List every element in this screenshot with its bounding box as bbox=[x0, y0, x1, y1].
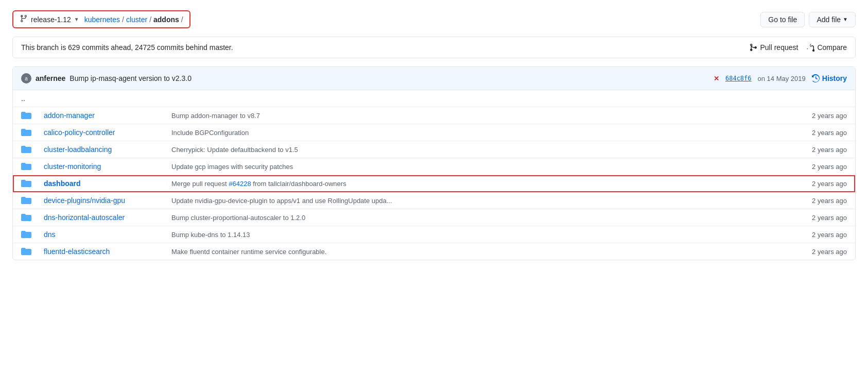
commit-status-icon: ✕ bbox=[714, 75, 719, 82]
branch-info-text: This branch is 629 commits ahead, 24725 … bbox=[21, 43, 233, 52]
file-commit-msg: Update gcp images with security patches bbox=[171, 163, 781, 171]
breadcrumb-sep-2: / bbox=[149, 15, 151, 24]
folder-icon bbox=[21, 230, 31, 239]
file-commit-msg: Update nvidia-gpu-device-plugin to apps/… bbox=[171, 197, 781, 205]
table-row: dns Bump kube-dns to 1.14.13 2 years ago bbox=[13, 226, 855, 243]
file-age: 2 years ago bbox=[785, 231, 847, 239]
avatar: a bbox=[21, 73, 31, 83]
branch-icon bbox=[20, 14, 28, 24]
folder-icon bbox=[21, 162, 31, 171]
file-name-link[interactable]: addon-manager bbox=[44, 111, 167, 120]
file-age: 2 years ago bbox=[785, 248, 847, 256]
file-age: 2 years ago bbox=[785, 197, 847, 205]
branch-path-area: release-1.12 ▼ kubernetes / cluster / ad… bbox=[12, 10, 190, 28]
commit-author[interactable]: anfernee bbox=[36, 74, 65, 82]
table-row-dashboard: dashboard Merge pull request #64228 from… bbox=[13, 175, 855, 192]
pull-request-link[interactable]: Pull request bbox=[749, 43, 798, 52]
table-row: cluster-monitoring Update gcp images wit… bbox=[13, 158, 855, 175]
folder-icon bbox=[21, 196, 31, 205]
parent-dir-row: .. bbox=[13, 90, 855, 107]
add-file-button[interactable]: Add file ▼ bbox=[809, 12, 856, 27]
file-name-link[interactable]: cluster-monitoring bbox=[44, 162, 167, 171]
breadcrumb-kubernetes[interactable]: kubernetes bbox=[84, 15, 120, 24]
file-age: 2 years ago bbox=[785, 112, 847, 120]
file-commit-msg: Bump addon-manager to v8.7 bbox=[171, 112, 781, 120]
commit-date: on 14 May 2019 bbox=[758, 75, 806, 82]
compare-link[interactable]: Compare bbox=[806, 43, 847, 52]
breadcrumb-cluster[interactable]: cluster bbox=[126, 15, 147, 24]
file-commit-msg: Make fluentd container runtime service c… bbox=[171, 248, 781, 256]
table-row: cluster-loadbalancing Cherrypick: Update… bbox=[13, 141, 855, 158]
breadcrumb-sep-3: / bbox=[181, 15, 183, 24]
branch-info-actions: Pull request Compare bbox=[749, 43, 847, 52]
file-name-dashboard-link[interactable]: dashboard bbox=[44, 179, 167, 188]
table-row: calico-policy-controller Include BGPConf… bbox=[13, 124, 855, 141]
folder-icon bbox=[21, 247, 31, 256]
file-name-link[interactable]: cluster-loadbalancing bbox=[44, 145, 167, 154]
file-age: 2 years ago bbox=[785, 163, 847, 171]
add-file-caret-icon: ▼ bbox=[843, 16, 848, 22]
file-commit-msg: Bump kube-dns to 1.14.13 bbox=[171, 231, 781, 239]
history-label: History bbox=[822, 74, 847, 82]
history-link[interactable]: History bbox=[812, 74, 847, 82]
go-to-file-button[interactable]: Go to file bbox=[760, 12, 805, 27]
file-age: 2 years ago bbox=[785, 129, 847, 137]
table-row: addon-manager Bump addon-manager to v8.7… bbox=[13, 107, 855, 124]
file-name-link[interactable]: device-plugins/nvidia-gpu bbox=[44, 196, 167, 205]
breadcrumb: kubernetes / cluster / addons / bbox=[84, 15, 183, 24]
folder-icon bbox=[21, 213, 31, 222]
branch-name: release-1.12 bbox=[31, 15, 71, 24]
commit-pr-link[interactable]: #64228 bbox=[229, 180, 251, 188]
commit-header: a anfernee Bump ip-masq-agent version to… bbox=[13, 67, 855, 90]
commit-message: Bump ip-masq-agent version to v2.3.0 bbox=[70, 74, 192, 82]
branch-info-bar: This branch is 629 commits ahead, 24725 … bbox=[12, 37, 856, 58]
commit-author-info: a anfernee Bump ip-masq-agent version to… bbox=[21, 73, 192, 83]
file-commit-msg: Bump cluster-proportional-autoscaler to … bbox=[171, 214, 781, 222]
file-commit-msg-dashboard: Merge pull request #64228 from tallclair… bbox=[171, 180, 781, 188]
folder-icon bbox=[21, 111, 31, 120]
file-name-link[interactable]: calico-policy-controller bbox=[44, 128, 167, 137]
table-row: dns-horizontal-autoscaler Bump cluster-p… bbox=[13, 209, 855, 226]
branch-selector[interactable]: release-1.12 ▼ bbox=[20, 14, 79, 24]
commit-hash-link[interactable]: 684c8f6 bbox=[725, 75, 752, 82]
file-age: 2 years ago bbox=[785, 180, 847, 188]
file-age: 2 years ago bbox=[785, 146, 847, 154]
file-age: 2 years ago bbox=[785, 214, 847, 222]
folder-icon bbox=[21, 145, 31, 154]
top-bar: release-1.12 ▼ kubernetes / cluster / ad… bbox=[12, 10, 856, 28]
top-actions: Go to file Add file ▼ bbox=[760, 12, 856, 27]
table-row: fluentd-elasticsearch Make fluentd conta… bbox=[13, 243, 855, 260]
file-name-link[interactable]: dns-horizontal-autoscaler bbox=[44, 213, 167, 222]
file-name-link[interactable]: fluentd-elasticsearch bbox=[44, 247, 167, 256]
file-commit-msg: Cherrypick: Update defaultbackend to v1.… bbox=[171, 146, 781, 154]
commit-right: ✕ 684c8f6 on 14 May 2019 History bbox=[714, 74, 847, 82]
folder-icon bbox=[21, 128, 31, 137]
branch-caret-icon: ▼ bbox=[74, 16, 79, 22]
breadcrumb-sep-1: / bbox=[122, 15, 124, 24]
file-name-link[interactable]: dns bbox=[44, 230, 167, 239]
table-row: device-plugins/nvidia-gpu Update nvidia-… bbox=[13, 192, 855, 209]
file-commit-msg: Include BGPConfiguration bbox=[171, 129, 781, 137]
folder-icon bbox=[21, 179, 31, 188]
file-table: a anfernee Bump ip-masq-agent version to… bbox=[12, 66, 856, 260]
breadcrumb-addons: addons bbox=[153, 15, 179, 24]
